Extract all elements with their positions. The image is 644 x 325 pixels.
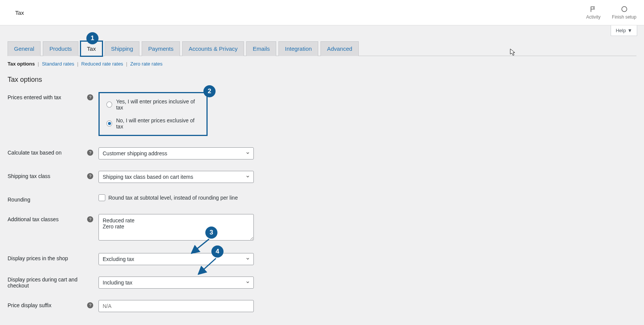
label-text: Rounding [8,197,30,203]
radio-inclusive[interactable]: Yes, I will enter prices inclusive of ta… [106,98,200,111]
checkbox-rounding-label: Round tax at subtotal level, instead of … [108,195,238,201]
label-calc-tax: Calculate tax based on ? [8,147,98,156]
activity-button[interactable]: Activity [586,5,600,20]
annotation-arrow-4 [198,257,218,275]
tab-emails[interactable]: Emails [246,41,276,56]
finish-label: Finish setup [612,14,636,20]
row-display-cart: Display prices during cart and checkout … [8,277,636,289]
help-tip-icon[interactable]: ? [87,173,93,179]
subtab-separator: | [126,61,127,67]
row-rounding: Rounding Round tax at subtotal level, in… [8,194,636,203]
annotation-badge-2: 2 [203,85,216,97]
subtab-separator: | [77,61,78,67]
annotation-badge-1: 1 [86,32,98,44]
annotation-badge-4: 4 [211,245,224,258]
select-value: Shipping tax class based on cart items [98,171,254,183]
field-calc-tax: Customer shipping address [98,147,254,159]
help-tip-icon[interactable]: ? [87,150,93,156]
svg-line-2 [193,239,209,252]
select-value: Including tax [98,277,254,289]
input-price-suffix[interactable] [98,300,254,312]
cursor-icon [510,48,516,57]
label-prices-entered: Prices entered with tax ? [8,92,98,100]
section-title: Tax options [8,76,636,84]
circle-icon [621,5,628,13]
help-button[interactable]: Help ▼ [611,25,637,36]
label-text: Display prices in the shop [8,255,68,261]
tab-payments[interactable]: Payments [142,41,180,56]
radio-exclusive[interactable]: No, I will enter prices exclusive of tax [106,117,200,130]
radio-inclusive-label: Yes, I will enter prices inclusive of ta… [116,98,200,111]
label-additional-classes: Additional tax classes ? [8,214,98,222]
row-shipping-class: Shipping tax class ? Shipping tax class … [8,171,636,183]
field-additional-classes: 3 [98,214,254,242]
form-table: Prices entered with tax ? Yes, I will en… [8,92,636,312]
select-display-cart[interactable]: Including tax [98,277,254,289]
label-text: Price display suffix [8,302,52,308]
settings-tabs: General Products Tax Shipping Payments A… [8,41,636,56]
field-prices-entered: Yes, I will enter prices inclusive of ta… [98,92,208,136]
caret-down-icon: ▼ [627,28,632,33]
subtab-tax-options[interactable]: Tax options [8,61,35,67]
tab-advanced[interactable]: Advanced [320,41,359,56]
radio-exclusive-label: No, I will enter prices exclusive of tax [116,117,200,130]
tab-products[interactable]: Products [43,41,78,56]
label-shipping-class: Shipping tax class ? [8,171,98,179]
row-price-suffix: Price display suffix ? [8,300,636,312]
top-header: Tax Activity Finish setup [0,0,644,25]
subtab-separator: | [38,61,39,67]
label-price-suffix: Price display suffix ? [8,300,98,308]
annotation-badge-3: 3 [205,227,217,239]
select-calc-tax[interactable]: Customer shipping address [98,147,254,159]
tab-integration[interactable]: Integration [278,41,318,56]
flag-icon [589,5,597,13]
label-text: Calculate tax based on [8,150,61,156]
row-display-shop: Display prices in the shop Excluding tax… [8,253,636,265]
annotation-arrow-3 [191,238,211,254]
row-additional-classes: Additional tax classes ? 3 [8,214,636,242]
help-tip-icon[interactable]: ? [87,216,93,222]
tab-general[interactable]: General [8,41,41,56]
label-display-cart: Display prices during cart and checkout [8,277,98,289]
row-calc-tax: Calculate tax based on ? Customer shippi… [8,147,636,159]
subtab-standard[interactable]: Standard rates [42,61,74,67]
svg-point-0 [622,6,627,12]
activity-label: Activity [586,14,600,20]
svg-line-4 [200,258,216,273]
field-display-cart: Including tax [98,277,254,289]
select-value: Excluding tax [98,253,254,265]
field-display-shop: Excluding tax 4 [98,253,254,265]
textarea-additional-classes[interactable] [98,214,254,241]
checkbox-rounding-input[interactable] [98,194,105,201]
select-shipping-class[interactable]: Shipping tax class based on cart items [98,171,254,183]
page-title: Tax [15,9,24,16]
tab-accounts[interactable]: Accounts & Privacy [182,41,244,56]
row-prices-entered: Prices entered with tax ? Yes, I will en… [8,92,636,136]
label-text: Prices entered with tax [8,94,61,100]
radio-inclusive-input[interactable] [106,102,112,108]
field-price-suffix [98,300,254,312]
subtab-zero[interactable]: Zero rate rates [130,61,163,67]
select-display-shop[interactable]: Excluding tax [98,253,254,265]
radio-exclusive-input[interactable] [106,120,112,127]
checkbox-rounding[interactable]: Round tax at subtotal level, instead of … [98,194,238,201]
finish-setup-button[interactable]: Finish setup [612,5,636,20]
header-actions: Activity Finish setup [586,5,636,20]
label-text: Shipping tax class [8,173,50,179]
label-text: Additional tax classes [8,216,59,222]
help-tip-icon[interactable]: ? [87,302,93,308]
subtabs: Tax options | Standard rates | Reduced r… [8,61,636,67]
field-rounding: Round tax at subtotal level, instead of … [98,194,238,201]
help-tip-icon[interactable]: ? [87,94,93,100]
label-rounding: Rounding [8,194,98,203]
select-value: Customer shipping address [98,147,254,159]
field-shipping-class: Shipping tax class based on cart items [98,171,254,183]
label-text: Display prices during cart and checkout [8,277,98,289]
help-label: Help [616,28,626,33]
radio-group-prices: Yes, I will enter prices inclusive of ta… [98,92,208,136]
tab-shipping[interactable]: Shipping [105,41,139,56]
content: General Products Tax Shipping Payments A… [0,41,644,325]
subtab-reduced[interactable]: Reduced rate rates [81,61,123,67]
label-display-shop: Display prices in the shop [8,253,98,261]
